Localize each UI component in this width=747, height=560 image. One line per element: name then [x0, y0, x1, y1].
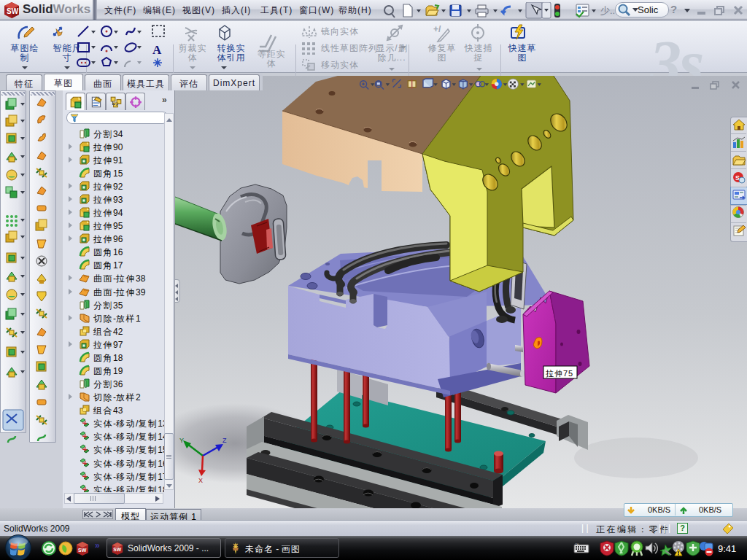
svg-text:Z: Z — [222, 437, 227, 444]
svg-text:X: X — [198, 477, 203, 484]
svg-text:Y: Y — [179, 437, 184, 444]
svg-text:A: A — [152, 43, 162, 57]
svg-text:CH: CH — [575, 543, 579, 546]
svg-text:+/: +/ — [433, 24, 441, 34]
svg-text:少..: 少.. — [600, 5, 615, 16]
svg-text:SW: SW — [78, 548, 87, 553]
svg-text:SW: SW — [113, 547, 122, 552]
svg-text:SW: SW — [7, 7, 19, 15]
